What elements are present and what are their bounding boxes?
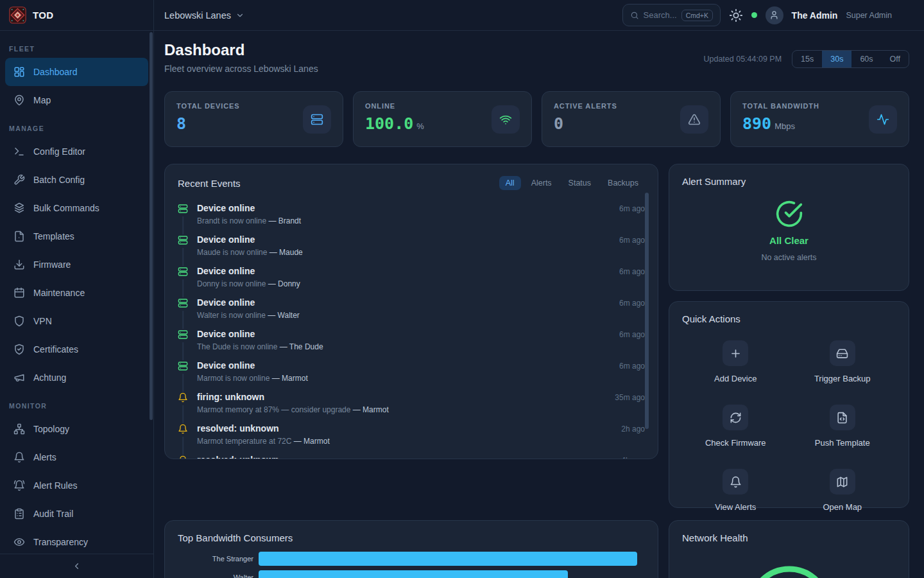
quick-action-check-firmware[interactable]: Check Firmware <box>682 405 789 448</box>
alert-summary-panel: Alert Summary All Clear No active alerts <box>669 164 909 291</box>
server-icon <box>178 298 188 308</box>
brand: TOD <box>0 0 153 31</box>
map-icon <box>836 476 848 488</box>
bell-icon <box>178 424 188 434</box>
sidebar-item-certificates[interactable]: Certificates <box>5 335 148 363</box>
event-detail: Marmot temperature at 72C — Marmot <box>197 437 612 446</box>
quick-action-label: Add Device <box>714 374 757 383</box>
sidebar-nav: FLEETDashboardMapMANAGEConfig EditorBatc… <box>0 31 153 554</box>
chevron-left-icon <box>72 561 81 571</box>
event-row[interactable]: Device onlineWalter is now online — Walt… <box>178 293 645 324</box>
sidebar-item-batch-config[interactable]: Batch Config <box>5 166 148 194</box>
sidebar-item-alert-rules[interactable]: Alert Rules <box>5 471 148 500</box>
sidebar-item-label: Dashboard <box>33 67 78 77</box>
sidebar-item-vpn[interactable]: VPN <box>5 307 148 335</box>
quick-action-trigger-backup[interactable]: Trigger Backup <box>789 340 896 383</box>
event-row[interactable]: firing: unknownMarmot memory at 87% — co… <box>178 387 645 419</box>
avatar[interactable] <box>766 6 783 24</box>
server-icon <box>311 113 323 126</box>
quick-action-open-map[interactable]: Open Map <box>789 469 896 512</box>
events-tab-all[interactable]: All <box>499 176 521 190</box>
sidebar-item-bulk-commands[interactable]: Bulk Commands <box>5 194 148 222</box>
recent-events-title: Recent Events <box>178 178 241 189</box>
refresh-option-30s[interactable]: 30s <box>822 51 851 67</box>
quick-action-add-device[interactable]: Add Device <box>682 340 789 383</box>
sidebar-scrollbar[interactable] <box>150 32 153 420</box>
sidebar-collapse-button[interactable] <box>68 559 86 574</box>
event-row[interactable]: Device onlineMaude is now online — Maude… <box>178 230 645 261</box>
user-menu-chevron-icon[interactable] <box>900 11 909 20</box>
event-title: Device online <box>197 234 610 245</box>
sidebar-item-maintenance[interactable]: Maintenance <box>5 279 148 307</box>
event-row[interactable]: Device onlineBrandt is now online — Bran… <box>178 198 645 230</box>
brand-name: TOD <box>33 10 54 21</box>
sidebar-item-audit-trail[interactable]: Audit Trail <box>5 500 148 528</box>
event-detail: Brandt is now online — Brandt <box>197 216 610 226</box>
event-time: 6m ago <box>619 234 645 258</box>
sidebar-item-map[interactable]: Map <box>5 86 148 114</box>
topbar: Lebowski Lanes Search... Cmd+K The Admin… <box>154 0 924 31</box>
sidebar-item-label: Certificates <box>33 344 78 355</box>
calendar-icon <box>13 287 25 299</box>
wifi-icon <box>499 113 512 126</box>
quick-action-label: Check Firmware <box>705 438 766 448</box>
event-time: 6m ago <box>619 328 645 352</box>
bandwidth-bar-row: Walter <box>178 570 645 578</box>
stat-label: TOTAL BANDWIDTH <box>742 102 819 110</box>
sidebar-item-label: Batch Config <box>33 175 85 185</box>
event-row[interactable]: Device onlineThe Dude is now online — Th… <box>178 324 645 356</box>
sidebar-item-dashboard[interactable]: Dashboard <box>5 58 148 86</box>
shield-check-icon <box>13 344 25 355</box>
search-input[interactable]: Search... Cmd+K <box>622 4 721 26</box>
stat-card-active-alerts: ACTIVE ALERTS0 <box>542 91 721 147</box>
event-title: Device online <box>197 297 610 308</box>
event-time: 2h ago <box>621 423 645 446</box>
search-placeholder: Search... <box>644 10 677 20</box>
stat-value: 0 <box>554 114 617 133</box>
theme-toggle-button[interactable] <box>729 8 743 22</box>
updated-timestamp: Updated 05:44:09 PM <box>703 55 782 64</box>
refresh-option-off[interactable]: Off <box>882 51 909 67</box>
stats-row: TOTAL DEVICES8ONLINE100.0%ACTIVE ALERTS0… <box>164 91 909 147</box>
quick-action-view-alerts[interactable]: View Alerts <box>682 469 789 512</box>
bandwidth-bar-label: The Stranger <box>178 555 253 563</box>
event-detail: Marmot memory at 87% — consider upgrade … <box>197 405 606 415</box>
dashboard-icon <box>13 66 25 78</box>
sidebar-item-label: Map <box>33 95 51 105</box>
nav-section-manage: MANAGE <box>9 125 153 132</box>
sidebar-item-label: Topology <box>33 424 69 434</box>
activity-icon <box>877 113 889 126</box>
refresh-option-15s[interactable]: 15s <box>792 51 822 67</box>
server-icon <box>178 361 188 371</box>
sidebar-footer <box>0 554 153 578</box>
stat-value: 8 <box>176 114 240 133</box>
events-scrollbar[interactable] <box>645 193 649 429</box>
sidebar-item-firmware[interactable]: Firmware <box>5 250 148 279</box>
sidebar-item-config-editor[interactable]: Config Editor <box>5 137 148 166</box>
sidebar-item-alerts[interactable]: Alerts <box>5 443 148 471</box>
event-row[interactable]: resolved: unknown4h ago <box>178 450 645 459</box>
bandwidth-bar-label: Walter <box>178 574 253 578</box>
sidebar-item-topology[interactable]: Topology <box>5 415 148 443</box>
event-title: Device online <box>197 202 610 214</box>
event-row[interactable]: Device onlineMarmot is now online — Marm… <box>178 356 645 387</box>
shield-icon <box>13 315 25 327</box>
sidebar-item-achtung[interactable]: Achtung <box>5 363 148 392</box>
status-dot <box>751 12 757 18</box>
event-row[interactable]: Device onlineDonny is now online — Donny… <box>178 261 645 293</box>
sidebar-item-transparency[interactable]: Transparency <box>5 528 148 554</box>
org-switcher[interactable]: Lebowski Lanes <box>164 10 244 21</box>
event-title: Device online <box>197 360 610 371</box>
event-row[interactable]: resolved: unknownMarmot temperature at 7… <box>178 419 645 450</box>
events-tab-backups[interactable]: Backups <box>601 176 645 190</box>
sidebar-item-templates[interactable]: Templates <box>5 222 148 250</box>
refresh-option-60s[interactable]: 60s <box>851 51 881 67</box>
events-tab-status[interactable]: Status <box>562 176 597 190</box>
terminal-icon <box>13 146 25 157</box>
event-time: 6m ago <box>619 202 645 226</box>
events-tab-alerts[interactable]: Alerts <box>525 176 558 190</box>
stat-card-online: ONLINE100.0% <box>353 91 532 147</box>
server-icon <box>178 235 188 245</box>
circle-check-icon <box>775 200 803 228</box>
quick-action-push-template[interactable]: Push Template <box>789 405 896 448</box>
